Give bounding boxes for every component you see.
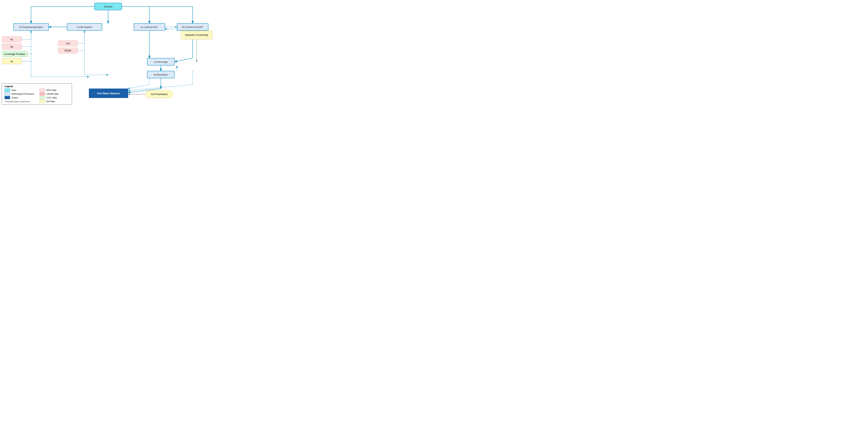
kc-label: kc [11, 38, 13, 41]
hydraulic-label: Hydraulic Conductivity [185, 34, 208, 36]
intercept-label: i) Interception [77, 26, 92, 29]
legend-item-climate: Climate data [39, 92, 69, 95]
ndvi-label: NDVI data [46, 89, 56, 91]
recharge-label: v) Recharge [154, 60, 168, 63]
soil-label: Soil data [46, 100, 55, 103]
hydro-label: Hydrological Processes [11, 93, 34, 95]
node-kp: kp [2, 44, 22, 50]
node-evapotranspiration: ii) Evapotranspiration [13, 23, 49, 31]
node-kc: kc [2, 36, 22, 42]
output-swatch [4, 96, 10, 99]
legend-item-soil: Soil data [39, 100, 69, 103]
ks-label: ks [11, 60, 13, 63]
node-lateral-flow: iv) Lateral flow* [134, 23, 165, 31]
ndvi-swatch [39, 88, 45, 92]
rainfall-label: Rainfall [104, 5, 112, 8]
baseflow-label: vi) Baseflow* [153, 73, 168, 76]
node-soil-water-balance: Soil Water Balance [89, 88, 128, 98]
node-interception: i) Interception [67, 23, 102, 31]
legend: Legend Input NDVI data Hydrological Proc… [2, 83, 72, 105]
soilparam-label: Soil Parameters [151, 93, 167, 96]
fpar-label: FPAR [64, 49, 71, 52]
node-baseflow: vi) Baseflow* [147, 71, 175, 78]
lai-label: LAI [66, 42, 70, 45]
svg-line-35 [128, 85, 193, 90]
legend-title: Legend [4, 85, 69, 88]
climate-label: Climate data [46, 93, 59, 95]
legend-item-lulc: LULC data [39, 96, 69, 99]
legend-item-ndvi: NDVI data [39, 88, 69, 92]
climate-swatch [39, 92, 45, 95]
kp-label: kp [10, 45, 13, 48]
lulc-label: LULC data [46, 96, 57, 99]
node-coverage-fraction: Coverage Fraction [2, 51, 28, 57]
surface-label: iii) Surface Runoff* [182, 26, 203, 29]
diagram: Rainfall ii) Evapotranspiration i) Inter… [0, 0, 217, 106]
hydro-swatch [4, 92, 10, 95]
lulc-swatch [39, 96, 45, 99]
lateral-label: iv) Lateral flow* [141, 26, 158, 29]
node-hydraulic-conductivity: Hydraulic Conductivity [181, 31, 212, 39]
input-swatch [4, 88, 10, 92]
input-label: Input [11, 89, 16, 91]
node-rainfall: Rainfall [94, 3, 122, 10]
node-ks: ks [2, 58, 22, 64]
legend-item-output: Output [4, 96, 34, 99]
svg-line-22 [175, 58, 193, 62]
legend-item-input: Input [4, 88, 34, 92]
svg-line-31 [128, 85, 149, 88]
node-lai: LAI [58, 40, 78, 46]
node-recharge: v) Recharge [147, 58, 175, 65]
legend-item-hydro: Hydrological Processes [4, 92, 34, 95]
covfrac-label: Coverage Fraction [4, 53, 25, 55]
output-label-legend: Output [11, 96, 18, 99]
node-soil-parameters: Soil Parameters [146, 90, 173, 98]
node-surface-runoff: iii) Surface Runoff* [177, 23, 208, 31]
legend-grid: Input NDVI data Hydrological Processes C… [4, 88, 69, 103]
output-label: Soil Water Balance [97, 92, 120, 95]
node-fpar: FPAR [58, 48, 78, 54]
soil-swatch [39, 100, 45, 103]
evap-label: ii) Evapotranspiration [19, 26, 43, 29]
legend-note: *Total discharge components [4, 101, 34, 103]
